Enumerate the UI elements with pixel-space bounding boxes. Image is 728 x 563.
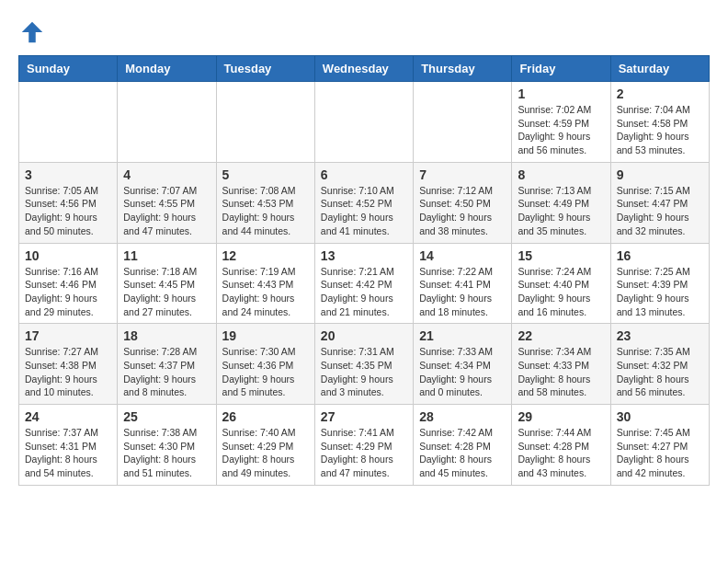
day-number-27: 27	[321, 409, 407, 424]
calendar-cell-15: 15Sunrise: 7:24 AMSunset: 4:40 PMDayligh…	[512, 243, 610, 324]
weekday-header-saturday: Saturday	[610, 56, 709, 82]
calendar-cell-25: 25Sunrise: 7:38 AMSunset: 4:30 PMDayligh…	[118, 405, 216, 486]
weekday-header-row: SundayMondayTuesdayWednesdayThursdayFrid…	[19, 56, 710, 82]
calendar-cell-2: 2Sunrise: 7:04 AMSunset: 4:58 PMDaylight…	[610, 82, 709, 163]
day-info-27: Sunrise: 7:41 AMSunset: 4:29 PMDaylight:…	[321, 426, 407, 480]
day-info-22: Sunrise: 7:34 AMSunset: 4:33 PMDaylight:…	[518, 345, 604, 399]
calendar-cell-empty	[414, 82, 512, 163]
logo-icon	[18, 18, 46, 46]
weekday-header-monday: Monday	[118, 56, 216, 82]
svg-marker-0	[22, 22, 43, 43]
day-info-21: Sunrise: 7:33 AMSunset: 4:34 PMDaylight:…	[419, 345, 506, 399]
day-info-24: Sunrise: 7:37 AMSunset: 4:31 PMDaylight:…	[25, 426, 111, 480]
calendar-cell-empty	[19, 82, 118, 163]
day-number-12: 12	[222, 248, 309, 263]
day-info-30: Sunrise: 7:45 AMSunset: 4:27 PMDaylight:…	[617, 426, 703, 480]
day-number-7: 7	[419, 167, 506, 182]
day-info-1: Sunrise: 7:02 AMSunset: 4:59 PMDaylight:…	[518, 103, 604, 157]
calendar-cell-22: 22Sunrise: 7:34 AMSunset: 4:33 PMDayligh…	[512, 324, 610, 405]
day-info-8: Sunrise: 7:13 AMSunset: 4:49 PMDaylight:…	[518, 184, 604, 238]
calendar-cell-11: 11Sunrise: 7:18 AMSunset: 4:45 PMDayligh…	[118, 243, 216, 324]
day-number-28: 28	[419, 409, 506, 424]
calendar-cell-24: 24Sunrise: 7:37 AMSunset: 4:31 PMDayligh…	[19, 405, 118, 486]
day-info-7: Sunrise: 7:12 AMSunset: 4:50 PMDaylight:…	[419, 184, 506, 238]
day-info-6: Sunrise: 7:10 AMSunset: 4:52 PMDaylight:…	[321, 184, 407, 238]
weekday-header-wednesday: Wednesday	[314, 56, 413, 82]
day-info-23: Sunrise: 7:35 AMSunset: 4:32 PMDaylight:…	[617, 345, 703, 399]
calendar-cell-empty	[314, 82, 413, 163]
calendar-week-4: 17Sunrise: 7:27 AMSunset: 4:38 PMDayligh…	[19, 324, 710, 405]
calendar-week-3: 10Sunrise: 7:16 AMSunset: 4:46 PMDayligh…	[19, 243, 710, 324]
weekday-header-tuesday: Tuesday	[216, 56, 314, 82]
day-number-29: 29	[518, 409, 604, 424]
calendar-cell-27: 27Sunrise: 7:41 AMSunset: 4:29 PMDayligh…	[314, 405, 413, 486]
day-number-25: 25	[123, 409, 210, 424]
day-number-22: 22	[518, 328, 604, 343]
day-info-13: Sunrise: 7:21 AMSunset: 4:42 PMDaylight:…	[321, 265, 407, 319]
day-number-2: 2	[617, 86, 703, 101]
calendar-cell-empty	[216, 82, 314, 163]
day-number-11: 11	[123, 248, 210, 263]
calendar-cell-empty	[118, 82, 216, 163]
day-number-3: 3	[25, 167, 111, 182]
day-info-9: Sunrise: 7:15 AMSunset: 4:47 PMDaylight:…	[617, 184, 703, 238]
calendar-cell-26: 26Sunrise: 7:40 AMSunset: 4:29 PMDayligh…	[216, 405, 314, 486]
calendar-cell-23: 23Sunrise: 7:35 AMSunset: 4:32 PMDayligh…	[610, 324, 709, 405]
day-info-17: Sunrise: 7:27 AMSunset: 4:38 PMDaylight:…	[25, 345, 111, 399]
day-number-5: 5	[222, 167, 309, 182]
logo	[18, 18, 50, 46]
calendar-cell-8: 8Sunrise: 7:13 AMSunset: 4:49 PMDaylight…	[512, 162, 610, 243]
day-info-19: Sunrise: 7:30 AMSunset: 4:36 PMDaylight:…	[222, 345, 309, 399]
calendar-table: SundayMondayTuesdayWednesdayThursdayFrid…	[18, 55, 710, 486]
day-number-16: 16	[617, 248, 703, 263]
calendar-cell-1: 1Sunrise: 7:02 AMSunset: 4:59 PMDaylight…	[512, 82, 610, 163]
day-info-3: Sunrise: 7:05 AMSunset: 4:56 PMDaylight:…	[25, 184, 111, 238]
day-number-26: 26	[222, 409, 309, 424]
calendar-cell-19: 19Sunrise: 7:30 AMSunset: 4:36 PMDayligh…	[216, 324, 314, 405]
day-info-20: Sunrise: 7:31 AMSunset: 4:35 PMDaylight:…	[321, 345, 407, 399]
day-number-9: 9	[617, 167, 703, 182]
calendar-cell-3: 3Sunrise: 7:05 AMSunset: 4:56 PMDaylight…	[19, 162, 118, 243]
day-info-5: Sunrise: 7:08 AMSunset: 4:53 PMDaylight:…	[222, 184, 309, 238]
calendar-cell-13: 13Sunrise: 7:21 AMSunset: 4:42 PMDayligh…	[314, 243, 413, 324]
calendar-cell-5: 5Sunrise: 7:08 AMSunset: 4:53 PMDaylight…	[216, 162, 314, 243]
calendar-week-5: 24Sunrise: 7:37 AMSunset: 4:31 PMDayligh…	[19, 405, 710, 486]
day-number-20: 20	[321, 328, 407, 343]
day-number-10: 10	[25, 248, 111, 263]
calendar-cell-17: 17Sunrise: 7:27 AMSunset: 4:38 PMDayligh…	[19, 324, 118, 405]
calendar-cell-10: 10Sunrise: 7:16 AMSunset: 4:46 PMDayligh…	[19, 243, 118, 324]
day-number-17: 17	[25, 328, 111, 343]
calendar-cell-29: 29Sunrise: 7:44 AMSunset: 4:28 PMDayligh…	[512, 405, 610, 486]
calendar-cell-28: 28Sunrise: 7:42 AMSunset: 4:28 PMDayligh…	[414, 405, 512, 486]
day-info-28: Sunrise: 7:42 AMSunset: 4:28 PMDaylight:…	[419, 426, 506, 480]
weekday-header-friday: Friday	[512, 56, 610, 82]
day-info-15: Sunrise: 7:24 AMSunset: 4:40 PMDaylight:…	[518, 265, 604, 319]
day-info-12: Sunrise: 7:19 AMSunset: 4:43 PMDaylight:…	[222, 265, 309, 319]
weekday-header-sunday: Sunday	[19, 56, 118, 82]
day-number-18: 18	[123, 328, 210, 343]
day-info-10: Sunrise: 7:16 AMSunset: 4:46 PMDaylight:…	[25, 265, 111, 319]
day-number-24: 24	[25, 409, 111, 424]
day-info-25: Sunrise: 7:38 AMSunset: 4:30 PMDaylight:…	[123, 426, 210, 480]
day-number-21: 21	[419, 328, 506, 343]
day-info-4: Sunrise: 7:07 AMSunset: 4:55 PMDaylight:…	[123, 184, 210, 238]
day-info-26: Sunrise: 7:40 AMSunset: 4:29 PMDaylight:…	[222, 426, 309, 480]
calendar-cell-30: 30Sunrise: 7:45 AMSunset: 4:27 PMDayligh…	[610, 405, 709, 486]
day-number-4: 4	[123, 167, 210, 182]
day-number-6: 6	[321, 167, 407, 182]
day-number-15: 15	[518, 248, 604, 263]
calendar-cell-7: 7Sunrise: 7:12 AMSunset: 4:50 PMDaylight…	[414, 162, 512, 243]
page-header	[18, 18, 710, 46]
day-info-29: Sunrise: 7:44 AMSunset: 4:28 PMDaylight:…	[518, 426, 604, 480]
calendar-cell-16: 16Sunrise: 7:25 AMSunset: 4:39 PMDayligh…	[610, 243, 709, 324]
day-number-8: 8	[518, 167, 604, 182]
calendar-cell-20: 20Sunrise: 7:31 AMSunset: 4:35 PMDayligh…	[314, 324, 413, 405]
day-info-18: Sunrise: 7:28 AMSunset: 4:37 PMDaylight:…	[123, 345, 210, 399]
day-number-1: 1	[518, 86, 604, 101]
day-info-14: Sunrise: 7:22 AMSunset: 4:41 PMDaylight:…	[419, 265, 506, 319]
calendar-cell-18: 18Sunrise: 7:28 AMSunset: 4:37 PMDayligh…	[118, 324, 216, 405]
calendar-cell-12: 12Sunrise: 7:19 AMSunset: 4:43 PMDayligh…	[216, 243, 314, 324]
calendar-week-2: 3Sunrise: 7:05 AMSunset: 4:56 PMDaylight…	[19, 162, 710, 243]
day-number-13: 13	[321, 248, 407, 263]
day-info-16: Sunrise: 7:25 AMSunset: 4:39 PMDaylight:…	[617, 265, 703, 319]
